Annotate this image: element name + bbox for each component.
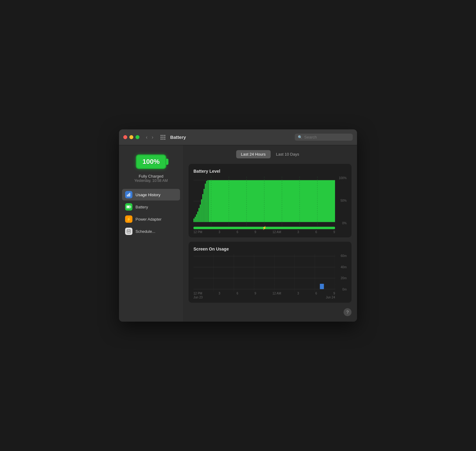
screen-date-labels: Jun 23 Jun 24 <box>193 296 335 299</box>
sx-9b: 9 <box>333 292 335 295</box>
battery-status: Fully Charged Yesterday, 10:58 AM <box>134 174 168 183</box>
help-button-area: ? <box>189 307 352 316</box>
svg-rect-2 <box>129 193 130 197</box>
screen-y-20m: 20m <box>341 277 347 280</box>
battery-chart-area: 100% 50% 0% <box>193 177 347 225</box>
x-label-12pm: 12 PM <box>193 230 202 234</box>
battery-x-labels: 12 PM 3 6 9 12 AM 3 6 9 <box>193 230 335 234</box>
power-adapter-label: Power Adapter <box>135 217 161 222</box>
x-label-3: 3 <box>218 230 220 234</box>
svg-rect-24 <box>195 217 196 222</box>
battery-status-text: Fully Charged <box>134 174 168 179</box>
screen-chart-title: Screen On Usage <box>193 247 347 251</box>
svg-rect-32 <box>205 184 206 222</box>
screen-y-labels: 60m 40m 20m 0m <box>341 254 347 291</box>
charging-bar: ⚡ <box>193 227 335 229</box>
battery-time: Yesterday, 10:58 AM <box>134 179 168 183</box>
svg-rect-27 <box>199 208 200 222</box>
sidebar-item-power-adapter[interactable]: ⚡ Power Adapter <box>122 213 180 225</box>
main-window: ‹ › Battery 🔍 100% <box>119 129 357 322</box>
svg-rect-23 <box>193 218 194 222</box>
sx-12am: 12 AM <box>272 292 281 295</box>
screen-x-labels-bottom: 12 PM 3 6 9 12 AM 3 6 9 Jun 23 Jun 24 <box>193 292 335 299</box>
nav-buttons: ‹ › <box>144 134 155 140</box>
y-label-100: 100% <box>339 177 347 180</box>
schedule-icon <box>125 228 132 235</box>
svg-rect-11 <box>128 231 129 232</box>
x-label-6: 6 <box>236 230 238 234</box>
svg-rect-9 <box>127 231 131 231</box>
svg-rect-4 <box>127 206 130 208</box>
grid-icon[interactable] <box>160 135 165 140</box>
battery-body: 100% <box>136 154 166 169</box>
x-label-9: 9 <box>254 230 256 234</box>
screen-chart-svg <box>193 254 335 291</box>
screen-y-60m: 60m <box>341 254 347 258</box>
traffic-lights <box>123 135 139 139</box>
svg-rect-29 <box>201 199 202 222</box>
svg-rect-12 <box>129 231 130 232</box>
y-label-50: 50% <box>339 199 347 202</box>
minimize-button[interactable] <box>129 135 133 139</box>
svg-rect-34 <box>207 180 208 222</box>
battery-tip <box>166 159 168 165</box>
close-button[interactable] <box>123 135 127 139</box>
screen-x-labels-row: 12 PM 3 6 9 12 AM 3 6 9 <box>193 292 335 295</box>
svg-rect-28 <box>200 204 201 222</box>
svg-rect-5 <box>131 206 131 207</box>
screen-chart-area: 60m 40m 20m 0m <box>193 254 347 291</box>
sidebar-nav: Usage History Battery ⚡ <box>122 189 180 237</box>
maximize-button[interactable] <box>135 135 139 139</box>
battery-level-chart-card: Battery Level <box>189 164 352 237</box>
help-button[interactable]: ? <box>344 308 352 316</box>
battery-chart-title: Battery Level <box>193 169 347 174</box>
sx-6: 6 <box>236 292 238 295</box>
schedule-label: Schedule... <box>135 229 155 234</box>
battery-label: Battery <box>135 205 148 209</box>
content-area: 100% Fully Charged Yesterday, 10:58 AM <box>119 145 357 322</box>
search-icon: 🔍 <box>298 135 302 139</box>
power-adapter-icon: ⚡ <box>125 215 132 223</box>
x-label-12am: 12 AM <box>272 230 281 234</box>
sx-9: 9 <box>254 292 256 295</box>
sidebar-item-schedule[interactable]: Schedule... <box>122 225 180 237</box>
svg-rect-0 <box>127 195 128 197</box>
battery-percent: 100% <box>142 158 160 166</box>
svg-rect-8 <box>130 229 130 230</box>
tab-last-24h[interactable]: Last 24 Hours <box>236 150 271 158</box>
svg-rect-35 <box>209 180 335 222</box>
usage-history-icon <box>125 191 132 198</box>
svg-rect-31 <box>204 189 204 222</box>
screen-y-40m: 40m <box>341 266 347 269</box>
x-label-6b: 6 <box>315 230 317 234</box>
x-label-9b: 9 <box>333 230 335 234</box>
battery-icon-wrap: 100% <box>136 154 166 169</box>
svg-rect-30 <box>202 194 203 222</box>
date-jun23: Jun 23 <box>193 296 203 299</box>
screen-y-0m: 0m <box>341 288 347 291</box>
date-jun24: Jun 24 <box>326 296 335 299</box>
sx-3: 3 <box>218 292 220 295</box>
y-label-0: 0% <box>339 222 347 225</box>
forward-button[interactable]: › <box>150 134 155 140</box>
sidebar-item-usage-history[interactable]: Usage History <box>122 189 180 200</box>
svg-rect-7 <box>128 229 128 230</box>
time-tabs: Last 24 Hours Last 10 Days <box>189 150 352 158</box>
search-input[interactable] <box>304 135 350 139</box>
screen-chart-inner <box>193 254 335 291</box>
tab-last-10d[interactable]: Last 10 Days <box>271 150 304 158</box>
svg-rect-1 <box>128 194 129 197</box>
search-box[interactable]: 🔍 <box>295 134 353 141</box>
sx-6b: 6 <box>315 292 317 295</box>
svg-rect-26 <box>197 211 198 222</box>
svg-rect-25 <box>196 214 197 222</box>
svg-rect-54 <box>320 284 324 289</box>
window-title: Battery <box>170 135 292 140</box>
svg-rect-33 <box>206 181 207 222</box>
back-button[interactable]: ‹ <box>144 134 149 140</box>
sx-3b: 3 <box>298 292 299 295</box>
svg-rect-10 <box>128 231 128 232</box>
sidebar-item-battery[interactable]: Battery <box>122 201 180 213</box>
main-content: Last 24 Hours Last 10 Days Battery Level <box>183 145 357 322</box>
battery-y-labels: 100% 50% 0% <box>339 177 347 225</box>
